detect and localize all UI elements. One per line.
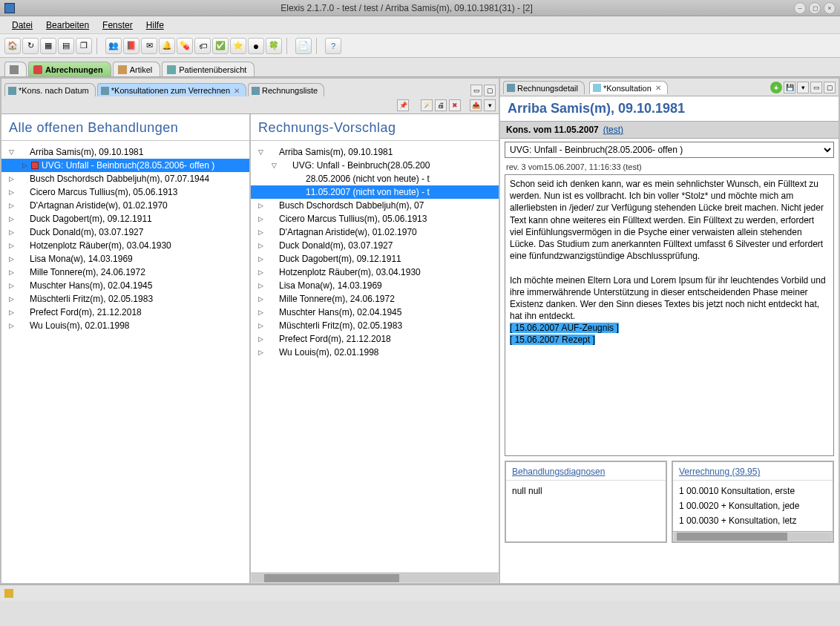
horizontal-scrollbar[interactable] <box>673 531 833 541</box>
close-button[interactable]: × <box>824 2 836 14</box>
billing-item[interactable]: 1 00.0030 + Konsultation, letz <box>679 513 827 528</box>
view-icon[interactable]: ▦ <box>40 38 56 54</box>
tree-item[interactable]: ▷Duck Donald(m), 03.07.1927 <box>1 225 249 239</box>
help-icon[interactable]: ? <box>325 38 341 54</box>
tree-item[interactable]: ▷Cicero Marcus Tullius(m), 05.06.1913 <box>251 212 499 225</box>
consultation-notes[interactable]: Schon seid ich denken kann, war es mein … <box>505 174 834 456</box>
chevron-right-icon[interactable]: ▷ <box>255 282 266 289</box>
chevron-right-icon[interactable]: ▷ <box>255 255 266 263</box>
chevron-right-icon[interactable]: ▷ <box>255 202 266 209</box>
new-window-icon[interactable]: 📄 <box>295 38 312 54</box>
menu-bearbeiten[interactable]: Bearbeiten <box>40 19 95 32</box>
tree-item[interactable]: ▷Wu Louis(m), 02.01.1998 <box>251 346 499 359</box>
chevron-right-icon[interactable]: ▷ <box>255 309 266 316</box>
menu-datei[interactable]: Datei <box>6 19 39 32</box>
chevron-right-icon[interactable]: ▷ <box>19 162 30 169</box>
leaf-icon[interactable]: 🍀 <box>266 38 282 54</box>
menu-icon[interactable]: ▾ <box>484 99 496 111</box>
card-title[interactable]: Verrechnung (39.95) <box>673 462 833 481</box>
tree-item[interactable]: ▽Arriba Samis(m), 09.10.1981 <box>1 145 249 159</box>
tree-item[interactable]: ▷Mille Tonnere(m), 24.06.1972 <box>251 292 499 306</box>
chevron-right-icon[interactable]: ▷ <box>6 202 16 209</box>
chevron-right-icon[interactable]: ▷ <box>255 228 266 236</box>
minimize-view-icon[interactable]: ▭ <box>470 85 482 96</box>
chevron-right-icon[interactable]: ▷ <box>6 322 16 329</box>
tag-icon[interactable]: 🏷 <box>194 38 211 54</box>
vtab-rechnungsdetail[interactable]: Rechnungsdetail <box>503 81 585 94</box>
tab-close-icon[interactable]: ✕ <box>655 84 661 92</box>
tree-item[interactable]: ▷Muschter Hans(m), 02.04.1945 <box>1 279 249 292</box>
minimize-button[interactable]: – <box>794 2 806 14</box>
chevron-right-icon[interactable]: ▷ <box>6 215 16 223</box>
chevron-down-icon[interactable]: ▽ <box>6 148 16 156</box>
chevron-right-icon[interactable]: ▷ <box>6 228 16 236</box>
kons-user-link[interactable]: (test) <box>603 125 623 135</box>
tree-item[interactable]: ▷Lisa Mona(w), 14.03.1969 <box>251 279 499 292</box>
tree-item[interactable]: ▷Müschterli Fritz(m), 02.05.1983 <box>1 292 249 306</box>
tree-alle-offenen[interactable]: ▽Arriba Samis(m), 09.10.1981▷UVG: Unfall… <box>1 144 249 583</box>
chevron-right-icon[interactable]: ▷ <box>6 282 16 289</box>
tab-close-icon[interactable]: ✕ <box>234 87 240 95</box>
horizontal-scrollbar[interactable] <box>251 573 499 583</box>
card-title[interactable]: Behandlungsdiagnosen <box>506 462 666 481</box>
delete-icon[interactable]: ✖ <box>449 99 461 111</box>
tree-item[interactable]: ▷Lisa Mona(w), 14.03.1969 <box>1 252 249 266</box>
menu-hilfe[interactable]: Hilfe <box>140 19 170 32</box>
tree-item[interactable]: ▷Prefect Ford(m), 21.12.2018 <box>251 332 499 346</box>
tree-item[interactable]: ▷Hotzenplotz Räuber(m), 03.04.1930 <box>251 266 499 279</box>
chevron-down-icon[interactable]: ▽ <box>255 148 266 156</box>
tree-item[interactable]: ▷Mille Tonnere(m), 24.06.1972 <box>1 266 249 279</box>
menu-fenster[interactable]: Fenster <box>96 19 139 32</box>
tree-item[interactable]: ▷Duck Donald(m), 03.07.1927 <box>251 239 499 252</box>
pin-icon[interactable]: 📌 <box>397 99 409 111</box>
star-icon[interactable]: ⭐ <box>230 38 246 54</box>
window-icon[interactable]: ❐ <box>76 38 92 54</box>
tree-item[interactable]: ▷UVG: Unfall - Beinbruch(28.05.2006- off… <box>1 159 249 172</box>
chevron-right-icon[interactable]: ▷ <box>255 295 266 303</box>
vtab-kons-verrechnen[interactable]: *Konsultationen zum Verrechnen✕ <box>97 83 246 96</box>
chevron-right-icon[interactable]: ▷ <box>6 268 16 276</box>
maximize-view-icon[interactable]: ▢ <box>484 85 496 96</box>
mail-icon[interactable]: ✉ <box>141 38 157 54</box>
vtab-konsultation[interactable]: *Konsultation✕ <box>589 81 668 94</box>
calendar-icon[interactable]: ▤ <box>58 38 74 54</box>
tree-item[interactable]: ▷Hotzenplotz Räuber(m), 03.04.1930 <box>1 239 249 252</box>
minimize-view-icon[interactable]: ▭ <box>810 82 822 93</box>
tab-abrechnungen[interactable]: Abrechnungen <box>28 62 111 76</box>
people-icon[interactable]: 👥 <box>105 38 122 54</box>
check-icon[interactable]: ✅ <box>212 38 229 54</box>
bell-icon[interactable]: 🔔 <box>159 38 175 54</box>
dot-icon[interactable]: ● <box>248 38 264 54</box>
chevron-right-icon[interactable]: ▷ <box>6 295 16 303</box>
tree-item[interactable]: ▷Duck Dagobert(m), 09.12.1911 <box>251 252 499 266</box>
billing-item[interactable]: 1 00.0020 + Konsultation, jede <box>679 498 827 513</box>
print-icon[interactable]: 🖨 <box>435 99 447 111</box>
book-icon[interactable]: 📕 <box>123 38 140 54</box>
save-icon[interactable]: 💾 <box>784 82 795 93</box>
chevron-right-icon[interactable]: ▷ <box>255 335 266 343</box>
case-select[interactable]: UVG: Unfall - Beinbruch(28.05.2006- offe… <box>505 142 834 158</box>
export-icon[interactable]: 📤 <box>470 99 482 111</box>
rezept-tag[interactable]: [ 15.06.2007 Rezept ] <box>510 335 595 345</box>
chevron-right-icon[interactable]: ▷ <box>6 175 16 182</box>
perspective-switcher[interactable] <box>4 62 27 76</box>
chevron-down-icon[interactable]: ▽ <box>269 162 279 169</box>
chevron-right-icon[interactable]: ▷ <box>6 255 16 263</box>
chevron-right-icon[interactable]: ▷ <box>255 322 266 329</box>
tree-item[interactable]: ▷Müschterli Fritz(m), 02.05.1983 <box>251 319 499 332</box>
add-button[interactable]: + <box>770 82 782 93</box>
tab-patienten[interactable]: Patientenübersicht <box>162 62 255 76</box>
tree-item[interactable]: ▷Wu Louis(m), 02.01.1998 <box>1 319 249 332</box>
billing-item[interactable]: 1 00.0010 Konsultation, erste <box>679 484 827 498</box>
tree-item[interactable]: 28.05.2006 (nicht von heute) - t <box>251 172 499 185</box>
chevron-right-icon[interactable]: ▷ <box>6 188 16 196</box>
chevron-right-icon[interactable]: ▷ <box>255 268 266 276</box>
tree-item[interactable]: ▷Busch Dschordsch Dabbeljuh(m), 07.07.19… <box>1 172 249 185</box>
tree-item[interactable]: ▽Arriba Samis(m), 09.10.1981 <box>251 145 499 159</box>
chevron-right-icon[interactable]: ▷ <box>6 309 16 316</box>
home-icon[interactable]: 🏠 <box>4 38 21 54</box>
chevron-right-icon[interactable]: ▷ <box>255 215 266 223</box>
wand-icon[interactable]: 🪄 <box>421 99 433 111</box>
maximize-view-icon[interactable]: ▢ <box>824 82 836 93</box>
tree-item[interactable]: ▷Duck Dagobert(m), 09.12.1911 <box>1 212 249 225</box>
